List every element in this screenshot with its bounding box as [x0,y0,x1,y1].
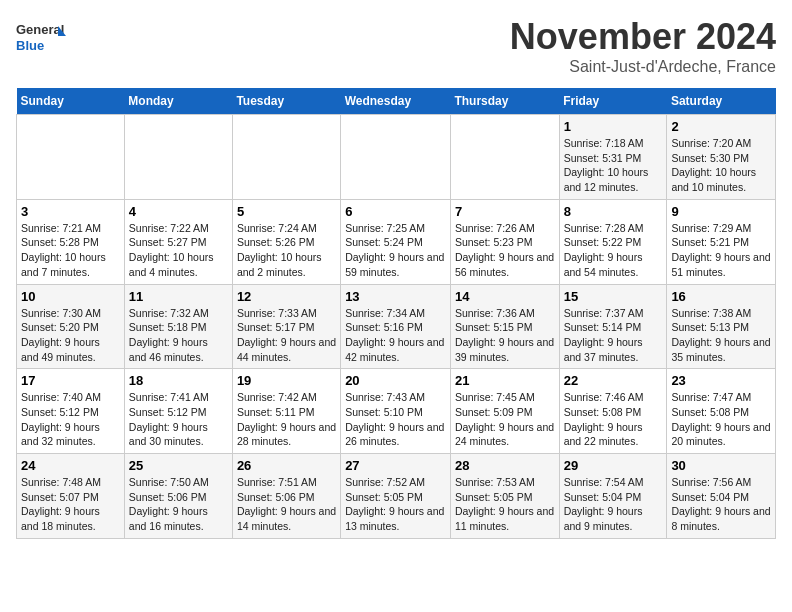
day-info: Sunrise: 7:54 AM Sunset: 5:04 PM Dayligh… [564,475,663,534]
weekday-header-friday: Friday [559,88,667,115]
calendar-cell: 24Sunrise: 7:48 AM Sunset: 5:07 PM Dayli… [17,454,125,539]
day-number: 27 [345,458,446,473]
day-number: 17 [21,373,120,388]
calendar-table: SundayMondayTuesdayWednesdayThursdayFrid… [16,88,776,539]
calendar-cell: 17Sunrise: 7:40 AM Sunset: 5:12 PM Dayli… [17,369,125,454]
day-info: Sunrise: 7:43 AM Sunset: 5:10 PM Dayligh… [345,390,446,449]
day-number: 26 [237,458,336,473]
calendar-cell: 18Sunrise: 7:41 AM Sunset: 5:12 PM Dayli… [124,369,232,454]
day-info: Sunrise: 7:40 AM Sunset: 5:12 PM Dayligh… [21,390,120,449]
calendar-cell [124,115,232,200]
calendar-cell: 14Sunrise: 7:36 AM Sunset: 5:15 PM Dayli… [450,284,559,369]
day-info: Sunrise: 7:50 AM Sunset: 5:06 PM Dayligh… [129,475,228,534]
calendar-cell: 1Sunrise: 7:18 AM Sunset: 5:31 PM Daylig… [559,115,667,200]
day-number: 4 [129,204,228,219]
calendar-cell [17,115,125,200]
calendar-cell: 5Sunrise: 7:24 AM Sunset: 5:26 PM Daylig… [232,199,340,284]
calendar-cell [341,115,451,200]
day-number: 21 [455,373,555,388]
calendar-cell: 21Sunrise: 7:45 AM Sunset: 5:09 PM Dayli… [450,369,559,454]
day-number: 14 [455,289,555,304]
day-info: Sunrise: 7:56 AM Sunset: 5:04 PM Dayligh… [671,475,771,534]
calendar-cell: 15Sunrise: 7:37 AM Sunset: 5:14 PM Dayli… [559,284,667,369]
day-info: Sunrise: 7:30 AM Sunset: 5:20 PM Dayligh… [21,306,120,365]
day-info: Sunrise: 7:28 AM Sunset: 5:22 PM Dayligh… [564,221,663,280]
day-number: 28 [455,458,555,473]
page-header: General Blue November 2024 Saint-Just-d'… [16,16,776,76]
day-number: 16 [671,289,771,304]
day-info: Sunrise: 7:20 AM Sunset: 5:30 PM Dayligh… [671,136,771,195]
day-number: 5 [237,204,336,219]
calendar-cell: 28Sunrise: 7:53 AM Sunset: 5:05 PM Dayli… [450,454,559,539]
day-number: 1 [564,119,663,134]
weekday-header-sunday: Sunday [17,88,125,115]
day-info: Sunrise: 7:29 AM Sunset: 5:21 PM Dayligh… [671,221,771,280]
day-info: Sunrise: 7:47 AM Sunset: 5:08 PM Dayligh… [671,390,771,449]
day-number: 6 [345,204,446,219]
day-number: 30 [671,458,771,473]
day-info: Sunrise: 7:24 AM Sunset: 5:26 PM Dayligh… [237,221,336,280]
day-info: Sunrise: 7:21 AM Sunset: 5:28 PM Dayligh… [21,221,120,280]
day-number: 7 [455,204,555,219]
day-number: 10 [21,289,120,304]
day-number: 2 [671,119,771,134]
day-info: Sunrise: 7:52 AM Sunset: 5:05 PM Dayligh… [345,475,446,534]
calendar-cell: 10Sunrise: 7:30 AM Sunset: 5:20 PM Dayli… [17,284,125,369]
day-number: 24 [21,458,120,473]
calendar-cell: 16Sunrise: 7:38 AM Sunset: 5:13 PM Dayli… [667,284,776,369]
calendar-cell: 12Sunrise: 7:33 AM Sunset: 5:17 PM Dayli… [232,284,340,369]
calendar-cell: 2Sunrise: 7:20 AM Sunset: 5:30 PM Daylig… [667,115,776,200]
day-info: Sunrise: 7:45 AM Sunset: 5:09 PM Dayligh… [455,390,555,449]
calendar-cell: 11Sunrise: 7:32 AM Sunset: 5:18 PM Dayli… [124,284,232,369]
calendar-cell [450,115,559,200]
day-info: Sunrise: 7:34 AM Sunset: 5:16 PM Dayligh… [345,306,446,365]
day-info: Sunrise: 7:38 AM Sunset: 5:13 PM Dayligh… [671,306,771,365]
weekday-header-monday: Monday [124,88,232,115]
day-number: 12 [237,289,336,304]
svg-text:Blue: Blue [16,38,44,53]
day-info: Sunrise: 7:25 AM Sunset: 5:24 PM Dayligh… [345,221,446,280]
month-title: November 2024 [510,16,776,58]
day-number: 15 [564,289,663,304]
day-number: 23 [671,373,771,388]
calendar-cell: 4Sunrise: 7:22 AM Sunset: 5:27 PM Daylig… [124,199,232,284]
calendar-cell: 7Sunrise: 7:26 AM Sunset: 5:23 PM Daylig… [450,199,559,284]
day-info: Sunrise: 7:37 AM Sunset: 5:14 PM Dayligh… [564,306,663,365]
calendar-cell: 6Sunrise: 7:25 AM Sunset: 5:24 PM Daylig… [341,199,451,284]
day-info: Sunrise: 7:33 AM Sunset: 5:17 PM Dayligh… [237,306,336,365]
day-info: Sunrise: 7:22 AM Sunset: 5:27 PM Dayligh… [129,221,228,280]
calendar-cell: 20Sunrise: 7:43 AM Sunset: 5:10 PM Dayli… [341,369,451,454]
day-info: Sunrise: 7:51 AM Sunset: 5:06 PM Dayligh… [237,475,336,534]
calendar-cell [232,115,340,200]
calendar-cell: 3Sunrise: 7:21 AM Sunset: 5:28 PM Daylig… [17,199,125,284]
day-info: Sunrise: 7:53 AM Sunset: 5:05 PM Dayligh… [455,475,555,534]
day-number: 18 [129,373,228,388]
calendar-cell: 30Sunrise: 7:56 AM Sunset: 5:04 PM Dayli… [667,454,776,539]
calendar-cell: 9Sunrise: 7:29 AM Sunset: 5:21 PM Daylig… [667,199,776,284]
weekday-header-saturday: Saturday [667,88,776,115]
calendar-cell: 8Sunrise: 7:28 AM Sunset: 5:22 PM Daylig… [559,199,667,284]
day-info: Sunrise: 7:36 AM Sunset: 5:15 PM Dayligh… [455,306,555,365]
day-number: 20 [345,373,446,388]
day-number: 29 [564,458,663,473]
day-info: Sunrise: 7:46 AM Sunset: 5:08 PM Dayligh… [564,390,663,449]
day-info: Sunrise: 7:48 AM Sunset: 5:07 PM Dayligh… [21,475,120,534]
weekday-header-thursday: Thursday [450,88,559,115]
calendar-cell: 29Sunrise: 7:54 AM Sunset: 5:04 PM Dayli… [559,454,667,539]
calendar-cell: 22Sunrise: 7:46 AM Sunset: 5:08 PM Dayli… [559,369,667,454]
day-number: 25 [129,458,228,473]
svg-text:General: General [16,22,64,37]
day-number: 9 [671,204,771,219]
calendar-cell: 25Sunrise: 7:50 AM Sunset: 5:06 PM Dayli… [124,454,232,539]
day-number: 13 [345,289,446,304]
weekday-header-wednesday: Wednesday [341,88,451,115]
day-info: Sunrise: 7:26 AM Sunset: 5:23 PM Dayligh… [455,221,555,280]
day-info: Sunrise: 7:41 AM Sunset: 5:12 PM Dayligh… [129,390,228,449]
logo: General Blue [16,16,66,61]
calendar-cell: 23Sunrise: 7:47 AM Sunset: 5:08 PM Dayli… [667,369,776,454]
calendar-cell: 26Sunrise: 7:51 AM Sunset: 5:06 PM Dayli… [232,454,340,539]
day-number: 19 [237,373,336,388]
day-info: Sunrise: 7:18 AM Sunset: 5:31 PM Dayligh… [564,136,663,195]
day-number: 11 [129,289,228,304]
calendar-cell: 13Sunrise: 7:34 AM Sunset: 5:16 PM Dayli… [341,284,451,369]
